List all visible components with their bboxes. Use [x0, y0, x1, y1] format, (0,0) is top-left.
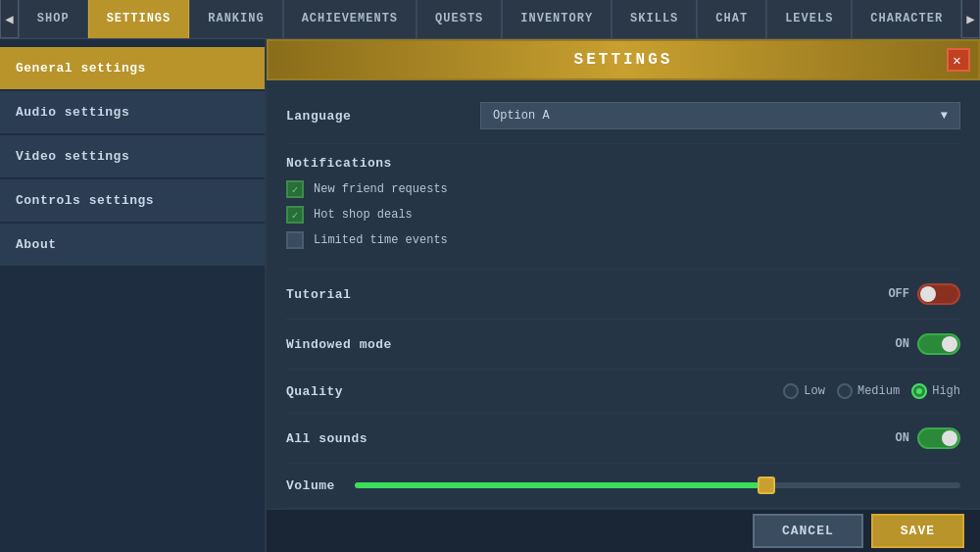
- quality-option-high[interactable]: High: [911, 383, 960, 399]
- notif-friend-requests-label: New friend requests: [314, 182, 448, 196]
- notif-friend-requests[interactable]: New friend requests: [286, 180, 960, 198]
- windowed-mode-label: Windowed mode: [286, 337, 392, 352]
- tab-shop[interactable]: SHOP: [19, 0, 88, 38]
- sidebar-item-controls[interactable]: Controls settings: [0, 179, 265, 222]
- tab-chat[interactable]: CHAT: [697, 0, 766, 38]
- tab-achievements[interactable]: ACHIEVEMENTS: [283, 0, 416, 38]
- quality-option-low[interactable]: Low: [783, 383, 825, 399]
- all-sounds-label: All sounds: [286, 431, 368, 446]
- all-sounds-row: All sounds ON: [286, 414, 960, 464]
- windowed-mode-toggle-knob: [942, 336, 957, 352]
- action-bar: CANCEL SAVE: [267, 508, 980, 552]
- windowed-mode-toggle[interactable]: [917, 333, 960, 355]
- top-nav: ◀ SHOP SETTINGS RANKING ACHIEVEMENTS QUE…: [0, 0, 980, 39]
- tab-quests[interactable]: QUESTS: [416, 0, 502, 38]
- tutorial-state-label: OFF: [888, 287, 909, 301]
- all-sounds-toggle-knob: [942, 430, 957, 446]
- quality-label-high: High: [932, 384, 960, 398]
- volume-slider-container[interactable]: [355, 477, 960, 493]
- notif-hot-shop-deals-label: Hot shop deals: [314, 208, 413, 222]
- radio-medium[interactable]: [837, 383, 853, 399]
- tutorial-toggle-knob: [920, 286, 936, 302]
- sidebar: General settings Audio settings Video se…: [0, 39, 267, 552]
- notif-limited-events[interactable]: Limited time events: [286, 231, 960, 249]
- checkbox-limited-events[interactable]: [286, 231, 304, 249]
- nav-right-arrow[interactable]: ▶: [961, 0, 980, 38]
- radio-high[interactable]: [911, 383, 927, 399]
- notif-limited-events-label: Limited time events: [314, 233, 448, 247]
- volume-row: Volume: [286, 464, 960, 508]
- nav-left-arrow[interactable]: ◀: [0, 0, 19, 38]
- windowed-mode-row: Windowed mode ON: [286, 320, 960, 370]
- notif-hot-shop-deals[interactable]: Hot shop deals: [286, 206, 960, 224]
- language-selected-value: Option A: [493, 109, 550, 123]
- tutorial-label: Tutorial: [286, 287, 351, 302]
- all-sounds-toggle-container: ON: [896, 427, 960, 449]
- quality-row: Quality Low Medium High: [286, 370, 960, 414]
- language-dropdown[interactable]: Option A ▼: [480, 102, 960, 129]
- checkbox-friend-requests[interactable]: [286, 180, 304, 198]
- sidebar-item-about[interactable]: About: [0, 224, 265, 266]
- notifications-section: Notifications New friend requests Hot sh…: [286, 144, 960, 270]
- notifications-title: Notifications: [286, 156, 960, 171]
- quality-options: Low Medium High: [783, 383, 960, 399]
- all-sounds-state-label: ON: [896, 431, 909, 445]
- settings-title: SETTINGS: [574, 51, 673, 69]
- tutorial-toggle-container: OFF: [888, 283, 960, 305]
- save-button[interactable]: SAVE: [871, 514, 964, 548]
- tutorial-toggle[interactable]: [917, 283, 960, 305]
- settings-panel: SETTINGS ✕ Language Option A ▼ Notificat…: [267, 39, 980, 552]
- settings-content: Language Option A ▼ Notifications New fr…: [267, 80, 980, 508]
- all-sounds-toggle[interactable]: [917, 427, 960, 449]
- tab-inventory[interactable]: INVENTORY: [502, 0, 612, 38]
- tab-character[interactable]: CHARACTER: [852, 0, 961, 38]
- quality-option-medium[interactable]: Medium: [837, 383, 900, 399]
- tab-levels[interactable]: LEVELS: [766, 0, 852, 38]
- sidebar-item-audio[interactable]: Audio settings: [0, 91, 265, 133]
- volume-slider-track: [355, 482, 960, 488]
- sidebar-item-video[interactable]: Video settings: [0, 135, 265, 177]
- quality-label-low: Low: [804, 384, 825, 398]
- language-label: Language: [286, 109, 351, 124]
- close-button[interactable]: ✕: [947, 48, 970, 72]
- volume-slider-knob[interactable]: [758, 477, 775, 494]
- volume-label: Volume: [286, 478, 335, 493]
- sidebar-item-general[interactable]: General settings: [0, 47, 265, 89]
- checkbox-hot-shop-deals[interactable]: [286, 206, 304, 224]
- tab-settings[interactable]: SETTINGS: [88, 0, 190, 38]
- windowed-mode-toggle-container: ON: [896, 333, 960, 355]
- tab-ranking[interactable]: RANKING: [189, 0, 282, 38]
- radio-low[interactable]: [783, 383, 799, 399]
- cancel-button[interactable]: CANCEL: [753, 514, 863, 548]
- tutorial-row: Tutorial OFF: [286, 270, 960, 320]
- volume-slider-fill: [355, 482, 766, 488]
- quality-label-medium: Medium: [858, 384, 900, 398]
- windowed-mode-state-label: ON: [896, 337, 909, 351]
- dropdown-arrow-icon: ▼: [941, 109, 948, 123]
- main-wrapper: General settings Audio settings Video se…: [0, 39, 980, 552]
- language-row: Language Option A ▼: [286, 88, 960, 144]
- settings-title-bar: SETTINGS ✕: [267, 39, 980, 80]
- tab-skills[interactable]: SKILLS: [612, 0, 697, 38]
- quality-label: Quality: [286, 384, 343, 399]
